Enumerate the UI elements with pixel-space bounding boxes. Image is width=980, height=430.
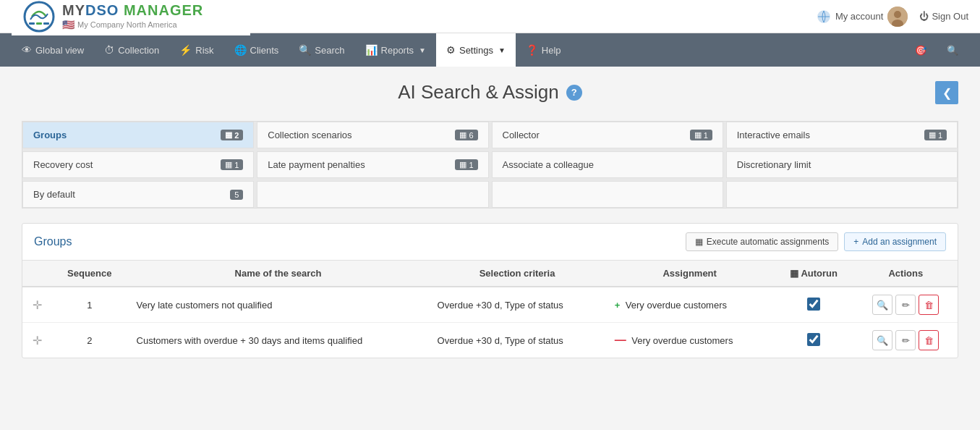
- tab-recovery-cost-label: Recovery cost: [33, 159, 93, 170]
- nav-settings-label: Settings: [459, 45, 493, 56]
- tab-recovery-cost-badge: ▦ 1: [221, 159, 243, 170]
- sign-out-button[interactable]: ⏻ Sign Out: [919, 11, 968, 22]
- execute-btn-label: Execute automatic assignments: [707, 237, 829, 247]
- autorun-grid-icon: ▦: [790, 268, 798, 279]
- nav-magnify-icon[interactable]: 🔍: [937, 33, 968, 67]
- tab-empty-3: [726, 181, 958, 208]
- nav-global-view[interactable]: 👁 Global view: [12, 33, 94, 67]
- badge-grid-icon2: ▦: [459, 130, 466, 140]
- tab-interactive-emails[interactable]: Interactive emails ▦ 1: [726, 122, 958, 148]
- col-assignment: Assignment: [606, 261, 774, 287]
- gear-icon: ⚙: [446, 44, 456, 56]
- nav-global-view-label: Global view: [35, 45, 84, 56]
- delete-row-button-1[interactable]: 🗑: [919, 295, 939, 315]
- assignment-cell-2: — Very overdue customers: [606, 323, 774, 358]
- tab-discretionary-limit-label: Discretionary limit: [737, 159, 811, 170]
- svg-rect-3: [43, 22, 49, 25]
- autorun-cell-1: [774, 287, 854, 323]
- search-row-button-2[interactable]: 🔍: [872, 330, 892, 350]
- col-drag: [22, 261, 51, 287]
- tab-by-default-badge: 5: [230, 190, 243, 200]
- groups-section-title: Groups: [34, 235, 72, 248]
- nav-reports[interactable]: 📊 Reports ▼: [355, 33, 436, 67]
- badge-grid-icon3: ▦: [694, 130, 702, 140]
- eye-icon: 👁: [22, 44, 32, 56]
- nav-settings[interactable]: ⚙ Settings ▼: [436, 33, 516, 67]
- clock-icon: ⏱: [104, 44, 114, 56]
- table-header-row: Sequence Name of the search Selection cr…: [22, 261, 958, 287]
- nav-reports-label: Reports: [381, 45, 414, 56]
- col-sequence: Sequence: [51, 261, 128, 287]
- nav-risk[interactable]: ⚡ Risk: [169, 33, 223, 67]
- power-icon: ⏻: [919, 11, 929, 22]
- grid-execute-icon: ▦: [695, 237, 703, 247]
- globe-nav-icon: 🌐: [234, 44, 247, 56]
- logo-icon: [23, 1, 55, 33]
- collapse-panel-button[interactable]: ❮: [935, 81, 958, 104]
- criteria-cell-2: Overdue +30 d, Type of status: [429, 323, 606, 358]
- nav-risk-label: Risk: [195, 45, 213, 56]
- drag-handle-icon-2[interactable]: ✛: [33, 334, 42, 347]
- tab-late-payment-penalties-badge: ▦ 1: [455, 159, 477, 170]
- sequence-cell-2: 2: [51, 323, 128, 358]
- nav-collection[interactable]: ⏱ Collection: [94, 33, 169, 67]
- question-icon: ❓: [526, 44, 538, 56]
- groups-section: Groups ▦ Execute automatic assignments +…: [22, 223, 958, 358]
- autorun-checkbox-2[interactable]: [807, 333, 820, 346]
- execute-assignments-button[interactable]: ▦ Execute automatic assignments: [686, 232, 838, 251]
- chevron-left-icon: ❮: [942, 86, 952, 100]
- nav-target-icon[interactable]: 🎯: [905, 33, 937, 67]
- badge-grid-icon5: ▦: [225, 160, 232, 169]
- tab-interactive-emails-badge: ▦ 1: [924, 130, 947, 140]
- nav-clients[interactable]: 🌐 Clients: [224, 33, 289, 67]
- tab-collector-label: Collector: [503, 130, 540, 140]
- tab-discretionary-limit[interactable]: Discretionary limit: [726, 151, 958, 178]
- autorun-checkbox-1[interactable]: [807, 298, 820, 311]
- edit-row-button-2[interactable]: ✏: [895, 330, 916, 350]
- drag-handle-cell-1: ✛: [22, 287, 51, 323]
- col-autorun: ▦ Autorun: [774, 261, 854, 287]
- tab-associate-colleague-label: Associate a colleague: [503, 159, 594, 170]
- svg-rect-1: [29, 22, 35, 25]
- tab-by-default[interactable]: By default 5: [22, 181, 254, 208]
- sequence-cell-1: 1: [51, 287, 128, 323]
- groups-table: Sequence Name of the search Selection cr…: [22, 261, 958, 358]
- tab-interactive-emails-label: Interactive emails: [737, 130, 810, 140]
- flag-icon: 🇺🇸: [62, 19, 74, 30]
- delete-row-button-2[interactable]: 🗑: [919, 330, 939, 350]
- badge-grid-icon4: ▦: [929, 130, 936, 140]
- chart-icon: 📊: [365, 44, 378, 56]
- logo-name: MYDSO MANAGER: [62, 2, 203, 19]
- tab-collection-scenarios[interactable]: Collection scenarios ▦ 6: [257, 122, 488, 148]
- tab-empty-1: [257, 181, 488, 208]
- nav-search[interactable]: 🔍 Search: [289, 33, 354, 67]
- name-cell-1: Very late customers not qualified: [128, 287, 429, 323]
- col-criteria: Selection criteria: [429, 261, 606, 287]
- nav-bar: 👁 Global view ⏱ Collection ⚡ Risk 🌐 Clie…: [0, 33, 980, 67]
- search-nav-icon: 🔍: [299, 44, 311, 56]
- bolt-icon: ⚡: [179, 44, 192, 56]
- assignment-minus-icon-2: —: [615, 334, 626, 346]
- tab-collector[interactable]: Collector ▦ 1: [492, 122, 723, 148]
- edit-row-button-1[interactable]: ✏: [895, 295, 916, 315]
- tab-recovery-cost[interactable]: Recovery cost ▦ 1: [22, 151, 254, 178]
- tab-empty-2: [492, 181, 723, 208]
- help-circle-button[interactable]: ?: [566, 85, 582, 101]
- drag-handle-cell-2: ✛: [22, 323, 51, 358]
- action-btns-2: 🔍 ✏ 🗑: [863, 330, 949, 350]
- svg-rect-2: [36, 22, 42, 25]
- my-account-button[interactable]: My account: [817, 7, 908, 27]
- search-row-button-1[interactable]: 🔍: [872, 295, 892, 315]
- nav-help[interactable]: ❓ Help: [516, 33, 571, 67]
- add-assignment-button[interactable]: + Add an assignment: [844, 232, 946, 251]
- tab-associate-colleague[interactable]: Associate a colleague: [492, 151, 723, 178]
- table-row: ✛ 1 Very late customers not qualified Ov…: [22, 287, 958, 323]
- badge-grid-icon6: ▦: [459, 160, 466, 169]
- drag-handle-icon-1[interactable]: ✛: [33, 299, 42, 311]
- assignment-cell-1: + Very overdue customers: [606, 287, 774, 323]
- table-body: ✛ 1 Very late customers not qualified Ov…: [22, 287, 958, 358]
- tab-late-payment-penalties[interactable]: Late payment penalties ▦ 1: [257, 151, 488, 178]
- autorun-cell-2: [774, 323, 854, 358]
- badge-grid-icon: ▦: [225, 130, 232, 140]
- tab-groups[interactable]: Groups ▦ 2: [22, 122, 254, 148]
